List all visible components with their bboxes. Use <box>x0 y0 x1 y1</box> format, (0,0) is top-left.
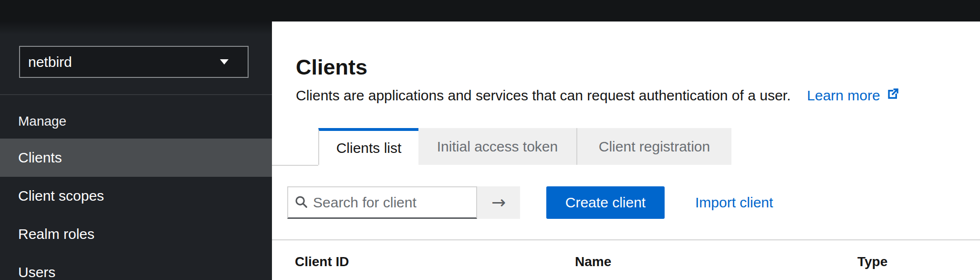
search-input[interactable] <box>313 194 470 211</box>
tab-clients-list[interactable]: Clients list <box>318 128 418 165</box>
external-link-icon <box>886 87 899 103</box>
page-title: Clients <box>296 55 367 80</box>
main-content: Clients Clients are applications and ser… <box>272 22 980 280</box>
current-realm-name: netbird <box>28 54 72 70</box>
table-header-client-id: Client ID <box>295 255 349 269</box>
nav-section-title-manage: Manage <box>18 115 66 128</box>
search-group: → <box>287 186 520 219</box>
masthead <box>0 0 980 22</box>
search-submit-button[interactable]: → <box>477 186 520 219</box>
keycloak-admin-console: netbird Manage Clients Client scopes Rea… <box>0 0 980 280</box>
table-header-name: Name <box>575 255 611 269</box>
import-client-link[interactable]: Import client <box>695 186 773 219</box>
tab-label: Initial access token <box>437 139 558 155</box>
learn-more-link[interactable]: Learn more <box>807 87 899 103</box>
sidebar-nav: netbird Manage Clients Client scopes Rea… <box>0 22 272 280</box>
sidebar-item-label: Clients <box>18 150 62 166</box>
tab-client-registration[interactable]: Client registration <box>576 128 731 165</box>
table-header-type: Type <box>857 255 887 269</box>
table-divider <box>272 239 980 240</box>
page-description: Clients are applications and services th… <box>296 88 791 103</box>
realm-selector-dropdown[interactable]: netbird <box>19 46 249 78</box>
tabs-underline <box>272 165 318 166</box>
sidebar-item-label: Realm roles <box>18 226 94 242</box>
tab-initial-access-token[interactable]: Initial access token <box>418 128 576 165</box>
tab-label: Client registration <box>599 139 710 155</box>
sidebar-item-realm-roles[interactable]: Realm roles <box>0 215 272 253</box>
chevron-down-icon <box>220 59 229 65</box>
arrow-right-icon: → <box>491 194 506 211</box>
sidebar-item-users[interactable]: Users <box>0 253 272 280</box>
learn-more-label: Learn more <box>807 88 880 103</box>
sidebar-item-label: Client scopes <box>18 188 104 204</box>
tab-label: Clients list <box>336 140 402 156</box>
sidebar-item-client-scopes[interactable]: Client scopes <box>0 177 272 215</box>
sidebar-item-label: Users <box>18 264 55 280</box>
search-icon <box>294 194 308 211</box>
sidebar-item-clients[interactable]: Clients <box>0 139 272 177</box>
sidebar-divider <box>0 94 272 95</box>
create-client-button[interactable]: Create client <box>546 186 665 219</box>
search-input-wrap <box>287 186 477 219</box>
page-description-row: Clients are applications and services th… <box>296 87 899 103</box>
